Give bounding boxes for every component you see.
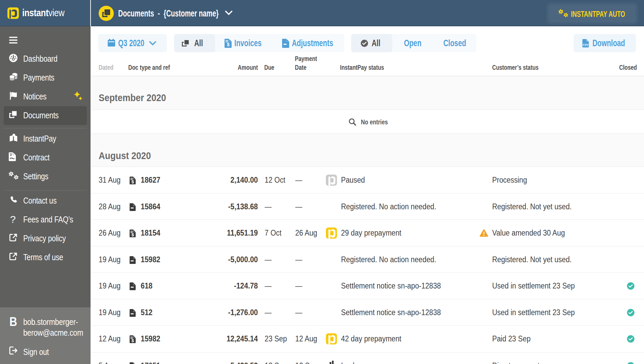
svg-text:CSV: CSV <box>583 43 588 47</box>
svg-text:$: $ <box>132 338 134 343</box>
svg-text:$: $ <box>132 232 134 237</box>
svg-text:$: $ <box>227 42 230 47</box>
svg-text:$: $ <box>132 179 134 184</box>
